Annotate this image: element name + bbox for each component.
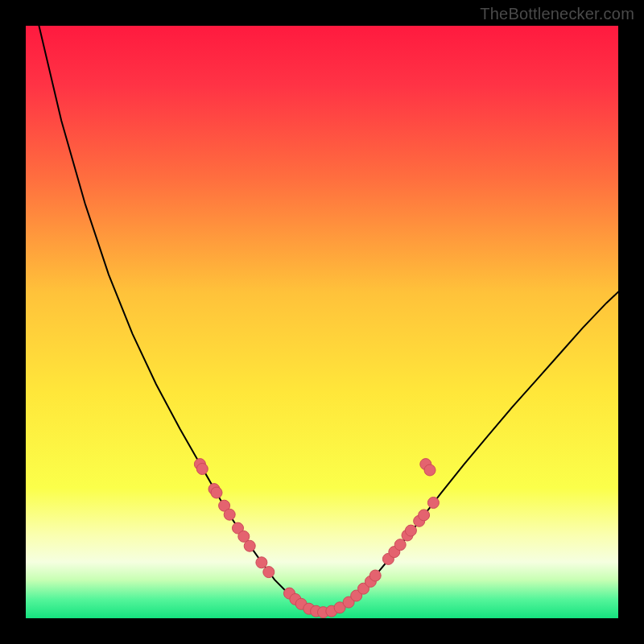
chart-frame: TheBottlenecker.com [0, 0, 644, 644]
svg-rect-0 [26, 26, 618, 618]
watermark-text: TheBottlenecker.com [480, 5, 634, 23]
background-gradient [26, 26, 618, 618]
plot-area [26, 26, 618, 618]
